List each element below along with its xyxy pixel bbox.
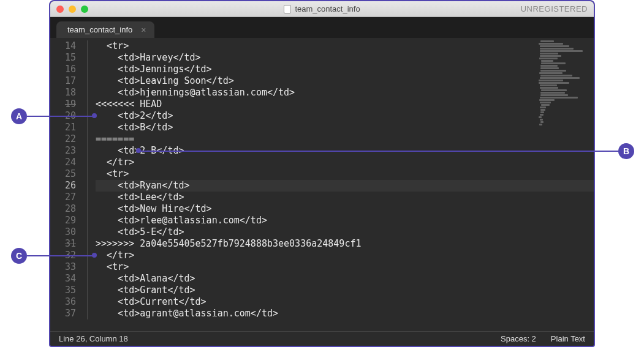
minimize-icon[interactable] <box>69 6 76 13</box>
callout-c-dot <box>92 253 97 258</box>
line-number: 17 <box>50 75 82 87</box>
line-number: 28 <box>50 203 82 215</box>
document-icon <box>284 5 291 13</box>
editor-body[interactable]: 1415161718192021222324252627282930313233… <box>50 38 594 331</box>
callout-b-line <box>138 151 619 152</box>
code-line[interactable]: <td>Current</td> <box>96 296 594 308</box>
line-number: 16 <box>50 64 82 75</box>
line-number: 29 <box>50 215 82 226</box>
callout-c-badge: C <box>11 248 27 264</box>
close-icon[interactable]: × <box>141 26 146 34</box>
code-line[interactable]: <tr> <box>96 40 594 52</box>
code-line[interactable]: </tr> <box>96 157 594 168</box>
line-number: 18 <box>50 87 82 99</box>
callout-b-dot <box>136 148 141 153</box>
line-number: 33 <box>50 261 82 273</box>
line-number: 34 <box>50 273 82 285</box>
line-number: 37 <box>50 308 82 319</box>
code-line[interactable]: <td>B</td> <box>96 122 594 133</box>
callout-a-line <box>27 116 94 117</box>
line-number: 31 <box>50 238 82 250</box>
code-line[interactable]: <tr> <box>96 261 594 273</box>
code-line[interactable]: <td>Jennings</td> <box>96 64 594 75</box>
fold-column <box>82 38 93 331</box>
editor-window: team_contact_info UNREGISTERED team_cont… <box>49 0 595 347</box>
line-number: 24 <box>50 157 82 168</box>
code-line[interactable]: <td>hjennings@atlassian.com</td> <box>96 87 594 99</box>
close-icon[interactable] <box>56 6 64 13</box>
unregistered-badge: UNREGISTERED <box>521 4 588 13</box>
code-line[interactable]: <td>Ryan</td> <box>96 180 594 192</box>
tab-bar: team_contact_info × <box>50 17 594 38</box>
minimap[interactable] <box>532 40 588 151</box>
status-bar: Line 26, Column 18 Spaces: 2 Plain Text <box>50 331 594 346</box>
code-line[interactable]: <td>Alana</td> <box>96 273 594 285</box>
code-line[interactable]: <td>agrant@atlassian.com</td> <box>96 308 594 319</box>
code-line[interactable]: <td>Lee</td> <box>96 192 594 203</box>
cursor-position[interactable]: Line 26, Column 18 <box>59 334 128 343</box>
tab-label: team_contact_info <box>67 25 132 34</box>
syntax-mode[interactable]: Plain Text <box>551 334 585 343</box>
line-number: 15 <box>50 52 82 64</box>
code-line[interactable]: <td>Harvey</td> <box>96 52 594 64</box>
code-line[interactable]: <<<<<<< HEAD <box>96 99 594 110</box>
line-number: 36 <box>50 296 82 308</box>
callout-c-line <box>27 255 94 256</box>
line-number: 25 <box>50 168 82 180</box>
line-number: 23 <box>50 145 82 157</box>
line-number: 22 <box>50 133 82 145</box>
callout-a-badge: A <box>11 108 27 124</box>
code-area[interactable]: <tr> <td>Harvey</td> <td>Jennings</td> <… <box>93 38 594 331</box>
code-line[interactable]: <td>rlee@atlassian.com</td> <box>96 215 594 226</box>
titlebar: team_contact_info UNREGISTERED <box>50 1 594 17</box>
window-controls <box>56 6 88 13</box>
code-line[interactable]: >>>>>>> 2a04e55405e527fb7924888b3ee0336a… <box>96 238 594 250</box>
line-number: 30 <box>50 226 82 238</box>
callout-b-badge: B <box>618 143 634 159</box>
callout-a-dot <box>92 113 97 118</box>
code-line[interactable]: <td>5-E</td> <box>96 226 594 238</box>
tab-file[interactable]: team_contact_info × <box>56 21 154 38</box>
line-number: 21 <box>50 122 82 133</box>
code-line[interactable]: <td>2</td> <box>96 110 594 122</box>
code-line[interactable]: <td>Grant</td> <box>96 285 594 296</box>
code-line[interactable]: <tr> <box>96 168 594 180</box>
window-filename: team_contact_info <box>295 4 360 13</box>
line-number: 14 <box>50 40 82 52</box>
code-line[interactable]: ======= <box>96 133 594 145</box>
line-number: 26 <box>50 180 82 192</box>
line-number: 19 <box>50 99 82 110</box>
code-line[interactable]: <td>Leaving Soon</td> <box>96 75 594 87</box>
line-number-gutter: 1415161718192021222324252627282930313233… <box>50 38 82 331</box>
code-line[interactable]: <td>New Hire</td> <box>96 203 594 215</box>
line-number: 27 <box>50 192 82 203</box>
code-line[interactable]: </tr> <box>96 250 594 261</box>
window-title: team_contact_info <box>50 4 594 13</box>
maximize-icon[interactable] <box>81 6 88 13</box>
line-number: 35 <box>50 285 82 296</box>
indentation-setting[interactable]: Spaces: 2 <box>501 334 536 343</box>
